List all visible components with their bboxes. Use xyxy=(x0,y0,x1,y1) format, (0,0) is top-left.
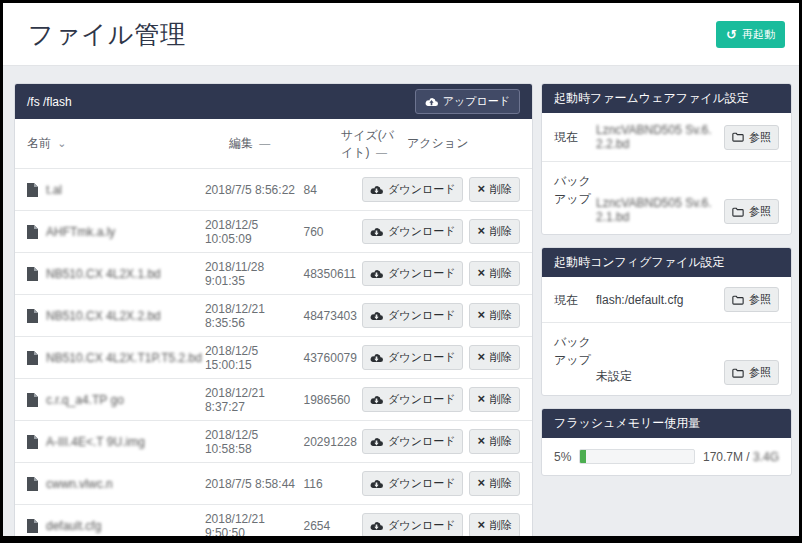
reboot-button[interactable]: ↺ 再起動 xyxy=(716,21,785,48)
delete-label: 削除 xyxy=(490,308,512,323)
file-icon xyxy=(27,309,38,323)
delete-label: 削除 xyxy=(490,182,512,197)
file-name: c.r.q_a4.TP go xyxy=(46,393,124,407)
firmware-settings-panel: 起動時ファームウェアファイル設定 現在 LzncVABND505 Sv.6.2.… xyxy=(541,83,792,235)
download-button[interactable]: ダウンロード xyxy=(362,513,463,538)
config-current-browse-button[interactable]: 参照 xyxy=(724,287,779,312)
file-name: A-III.4E<.T 9U.img xyxy=(46,435,145,449)
table-row: AHFTmk.a.ly 2018/12/5 10:05:09 760 ダウンロー… xyxy=(15,211,532,253)
config-panel-title: 起動時コンフィグファイル設定 xyxy=(554,254,725,271)
cloud-download-icon xyxy=(370,521,383,531)
x-icon: × xyxy=(477,310,485,320)
x-icon: × xyxy=(477,394,485,404)
file-edited: 2018/12/21 8:37:27 xyxy=(205,386,304,414)
cloud-download-icon xyxy=(370,185,383,195)
file-panel-header: /fs /flash アップロード xyxy=(15,84,532,119)
current-label: 現在 xyxy=(554,128,596,146)
download-button[interactable]: ダウンロード xyxy=(362,387,463,412)
download-button[interactable]: ダウンロード xyxy=(362,303,463,328)
delete-label: 削除 xyxy=(490,518,512,533)
delete-button[interactable]: × 削除 xyxy=(469,513,520,538)
table-row: c.r.q_a4.TP go 2018/12/21 8:37:27 198656… xyxy=(15,379,532,421)
page-title: ファイル管理 xyxy=(28,18,186,51)
delete-button[interactable]: × 削除 xyxy=(469,219,520,244)
file-icon xyxy=(27,351,38,365)
file-icon xyxy=(27,435,38,449)
firmware-current-browse-button[interactable]: 参照 xyxy=(724,125,779,150)
settings-column: 起動時ファームウェアファイル設定 現在 LzncVABND505 Sv.6.2.… xyxy=(541,83,792,476)
file-edited: 2018/12/5 10:05:09 xyxy=(205,218,304,246)
cloud-upload-icon xyxy=(425,97,438,107)
file-icon xyxy=(27,225,38,239)
file-size: 1986560 xyxy=(304,393,359,407)
column-header-size[interactable]: サイズ(バイト) — xyxy=(341,127,403,161)
config-backup-value: 未設定 xyxy=(596,368,724,385)
upload-button[interactable]: アップロード xyxy=(415,89,520,114)
download-button[interactable]: ダウンロード xyxy=(362,219,463,244)
file-name: AHFTmk.a.ly xyxy=(46,225,115,239)
page-header: ファイル管理 ↺ 再起動 xyxy=(3,3,799,66)
file-icon xyxy=(27,183,38,197)
sort-chevron-down-icon: ⌄ xyxy=(57,137,66,149)
delete-button[interactable]: × 削除 xyxy=(469,387,520,412)
backup-label: バックアップ xyxy=(554,333,596,369)
sort-dash-icon: — xyxy=(259,137,270,149)
delete-button[interactable]: × 削除 xyxy=(469,471,520,496)
table-row: NB510.CX 4L2X.T1P.T5.2.bd 2018/12/5 15:0… xyxy=(15,337,532,379)
download-button[interactable]: ダウンロード xyxy=(362,471,463,496)
download-button[interactable]: ダウンロード xyxy=(362,261,463,286)
firmware-current-row: 現在 LzncVABND505 Sv.6.2.2.bd 参照 xyxy=(542,113,791,162)
folder-icon xyxy=(732,132,744,142)
x-icon: × xyxy=(477,268,485,278)
usage-text: 170.7M / 3.4G xyxy=(703,450,779,464)
firmware-backup-browse-button[interactable]: 参照 xyxy=(724,199,779,224)
download-button[interactable]: ダウンロード xyxy=(362,177,463,202)
delete-button[interactable]: × 削除 xyxy=(469,345,520,370)
app-frame: ファイル管理 ↺ 再起動 /fs /flash アップロード 名前 xyxy=(0,0,802,543)
table-row: t.al 2018/7/5 8:56:22 84 ダウンロード × 削除 xyxy=(15,169,532,211)
firmware-panel-title: 起動時ファームウェアファイル設定 xyxy=(554,90,749,107)
delete-button[interactable]: × 削除 xyxy=(469,303,520,328)
delete-button[interactable]: × 削除 xyxy=(469,261,520,286)
download-label: ダウンロード xyxy=(388,308,455,323)
config-panel-header: 起動時コンフィグファイル設定 xyxy=(542,248,791,277)
download-label: ダウンロード xyxy=(388,434,455,449)
file-edited: 2018/12/5 10:58:58 xyxy=(205,428,304,456)
x-icon: × xyxy=(477,478,485,488)
config-current-row: 現在 flash:/default.cfg 参照 xyxy=(542,277,791,323)
firmware-backup-value: LzncVABND505 Sv.6.2.1.bd xyxy=(596,196,724,224)
file-edited: 2018/11/28 9:01:35 xyxy=(205,260,304,288)
column-header-edited[interactable]: 編集 — xyxy=(229,135,341,152)
delete-button[interactable]: × 削除 xyxy=(469,429,520,454)
delete-button[interactable]: × 削除 xyxy=(469,177,520,202)
delete-label: 削除 xyxy=(490,392,512,407)
breadcrumb-path: /fs /flash xyxy=(27,95,72,109)
download-button[interactable]: ダウンロード xyxy=(362,345,463,370)
usage-progressbar xyxy=(579,449,695,464)
column-header-action: アクション xyxy=(403,135,520,152)
reboot-label: 再起動 xyxy=(742,27,775,42)
file-size: 760 xyxy=(304,225,359,239)
column-header-name[interactable]: 名前 ⌄ xyxy=(27,135,229,152)
cloud-download-icon xyxy=(370,227,383,237)
download-label: ダウンロード xyxy=(388,392,455,407)
download-label: ダウンロード xyxy=(388,350,455,365)
config-backup-browse-button[interactable]: 参照 xyxy=(724,360,779,385)
file-name: t.al xyxy=(46,183,62,197)
backup-label: バックアップ xyxy=(554,172,596,208)
config-backup-row: バックアップ 未設定 参照 xyxy=(542,323,791,395)
usage-total: 3.4G xyxy=(753,450,779,464)
flash-usage-panel: フラッシュメモリー使用量 5% 170.7M / 3.4G xyxy=(541,408,792,476)
delete-label: 削除 xyxy=(490,266,512,281)
file-size: 20291228 xyxy=(304,435,359,449)
file-icon xyxy=(27,519,38,533)
download-label: ダウンロード xyxy=(388,266,455,281)
file-name: NB510.CX 4L2X.1.bd xyxy=(46,267,161,281)
file-edited: 2018/12/5 15:00:15 xyxy=(205,344,304,372)
usage-panel-title: フラッシュメモリー使用量 xyxy=(554,415,700,432)
download-button[interactable]: ダウンロード xyxy=(362,429,463,454)
usage-progressbar-fill xyxy=(580,450,586,463)
file-edited: 2018/7/5 8:58:44 xyxy=(205,477,304,491)
file-size: 48473403 xyxy=(304,309,359,323)
cloud-download-icon xyxy=(370,269,383,279)
